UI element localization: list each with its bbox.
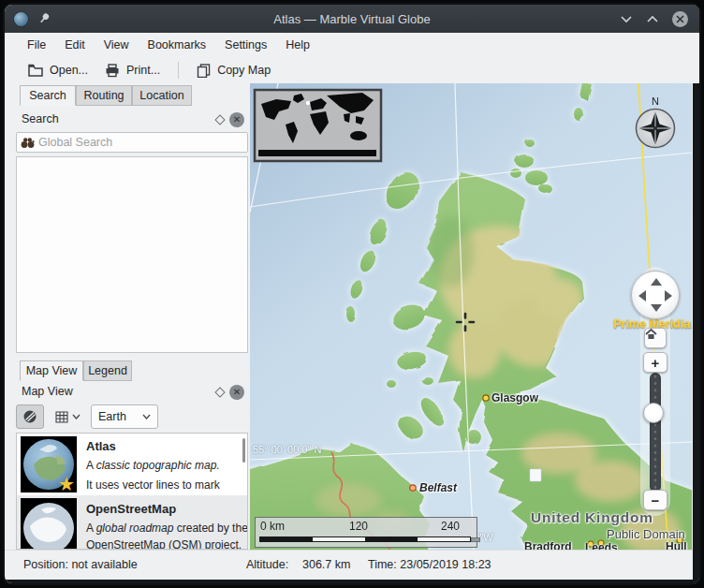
map-theme-desc: A global roadmap created by the — [86, 522, 248, 535]
navigation-pad[interactable] — [631, 271, 680, 319]
maximize-icon[interactable] — [646, 14, 659, 23]
titlebar: Atlas — Marble Virtual Globe — [5, 5, 699, 33]
printer-icon — [105, 64, 120, 78]
lake — [530, 469, 541, 481]
projection-button[interactable] — [16, 404, 44, 429]
list-item-atlas[interactable]: ★ Atlas A classic topographic map. It us… — [17, 434, 247, 495]
home-icon — [645, 329, 657, 340]
tab-routing[interactable]: Routing — [76, 85, 132, 106]
menu-settings[interactable]: Settings — [215, 36, 276, 54]
close-icon[interactable] — [672, 11, 688, 27]
copy-map-button[interactable]: Copy Map — [188, 61, 279, 81]
copy-map-label: Copy Map — [217, 64, 271, 77]
pan-down-arrow-icon[interactable] — [651, 304, 662, 312]
search-results-list[interactable] — [16, 156, 248, 353]
status-altitude-label: Altitude: — [246, 558, 288, 571]
menu-view[interactable]: View — [95, 36, 139, 54]
print-label: Print... — [126, 64, 160, 77]
pan-up-arrow-icon[interactable] — [651, 278, 662, 286]
list-item-openstreetmap[interactable]: OpenStreetMap A global roadmap created b… — [17, 495, 247, 550]
menu-help[interactable]: Help — [276, 36, 319, 54]
favorite-star-icon: ★ — [58, 474, 75, 492]
menu-bookmarks[interactable]: Bookmarks — [139, 36, 216, 54]
print-button[interactable]: Print... — [96, 61, 169, 81]
toolbar: Open... Print... Copy Map — [5, 57, 699, 83]
tab-legend[interactable]: Legend — [83, 360, 132, 381]
status-position: Position: not available — [23, 558, 138, 571]
window-title: Atlas — Marble Virtual Globe — [5, 12, 699, 26]
menubar: File Edit View Bookmarks Settings Help — [5, 33, 699, 57]
atlas-thumbnail: ★ — [21, 436, 77, 492]
grid-icon — [55, 411, 68, 423]
float-icon[interactable] — [214, 114, 225, 125]
pan-left-arrow-icon[interactable] — [638, 290, 646, 301]
map-theme-title: OpenStreetMap — [86, 502, 176, 516]
celestial-body-value: Earth — [98, 410, 126, 423]
menu-edit[interactable]: Edit — [55, 36, 95, 54]
overview-position-dot — [306, 101, 310, 105]
minimize-icon[interactable] — [620, 14, 633, 23]
chevron-down-icon — [72, 414, 81, 419]
map-theme-list: ★ Atlas A classic topographic map. It us… — [16, 433, 248, 550]
map-theme-desc2: OpenStreetMap (OSM) project. — [86, 538, 242, 550]
zoom-out-button[interactable]: − — [643, 490, 667, 510]
left-panel: Search Routing Location Search ✕ Map Vie… — [14, 83, 250, 550]
status-altitude-value: 306.7 km — [302, 558, 350, 571]
scale-bar-segments — [259, 537, 471, 542]
open-button[interactable]: Open... — [20, 61, 96, 80]
float-icon[interactable] — [214, 387, 225, 397]
folder-icon — [28, 64, 43, 77]
search-dock-header: Search ✕ — [14, 110, 250, 130]
map-theme-desc: A classic topographic map. — [86, 459, 220, 472]
scale-zero: 0 km — [260, 520, 285, 533]
celestial-list-button[interactable] — [48, 404, 87, 429]
status-bar: Position: not available Altitude: 306.7 … — [5, 550, 693, 580]
list-scrollbar[interactable] — [242, 438, 245, 463]
chevron-down-icon — [142, 414, 151, 419]
dock-close-icon[interactable]: ✕ — [229, 112, 244, 127]
search-input[interactable] — [37, 135, 214, 150]
mapview-controls: Earth — [16, 404, 158, 429]
map-theme-desc2: It uses vector lines to mark — [86, 478, 220, 492]
osm-thumbnail — [21, 498, 77, 550]
tab-map-view[interactable]: Map View — [20, 360, 83, 381]
zoom-in-button[interactable]: + — [643, 352, 667, 373]
scale-bar-tail — [471, 537, 480, 542]
app-window: Atlas — Marble Virtual Globe File Edit V… — [3, 3, 701, 585]
compass-north-label: N — [652, 96, 659, 107]
map-canvas[interactable]: N — [250, 83, 692, 550]
scale-bar: 0 km 120 240 — [255, 517, 477, 548]
mapview-dock-header: Map View ✕ — [14, 382, 250, 403]
menu-file[interactable]: File — [18, 36, 55, 54]
home-button[interactable] — [644, 328, 667, 348]
dock-close-icon[interactable]: ✕ — [229, 385, 244, 400]
panel-tabs-top: Search Routing Location — [20, 85, 192, 106]
scale-mid: 120 — [349, 520, 368, 533]
open-label: Open... — [50, 64, 88, 77]
mapview-dock-title: Map View — [22, 385, 73, 398]
search-field[interactable] — [16, 132, 248, 153]
binoculars-icon[interactable] — [21, 137, 37, 149]
overview-map[interactable] — [255, 90, 381, 161]
status-time: Time: 23/05/2019 18:23 — [368, 558, 491, 571]
zoom-slider-handle[interactable] — [643, 403, 664, 423]
scale-end: 240 — [441, 520, 460, 533]
map-theme-title: Atlas — [86, 439, 116, 453]
tab-location[interactable]: Location — [132, 85, 192, 106]
search-dock-title: Search — [22, 112, 59, 125]
panel-tabs-bottom: Map View Legend — [20, 360, 132, 381]
tab-search[interactable]: Search — [20, 85, 76, 106]
pan-right-arrow-icon[interactable] — [665, 290, 672, 301]
map-viewport[interactable]: N 55° 00' 00.0" N 00.0"W Glasgow Belfast… — [250, 83, 692, 550]
globe-projection-icon — [22, 409, 37, 424]
celestial-body-select[interactable]: Earth — [91, 404, 158, 429]
toolbar-separator — [178, 62, 179, 79]
copy-icon — [197, 64, 211, 78]
zoom-slider-track[interactable] — [650, 373, 661, 492]
